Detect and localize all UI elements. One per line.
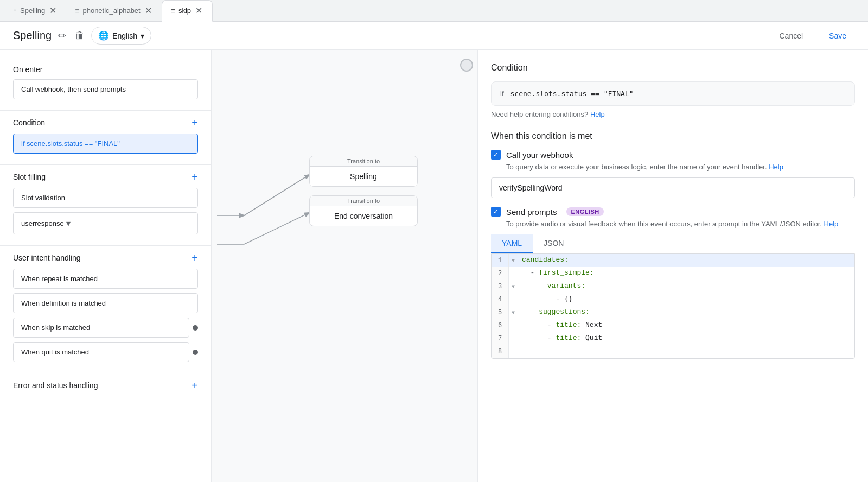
intent-repeat-item[interactable]: When repeat is matched (13, 269, 198, 289)
chevron-down-icon: ▾ (141, 31, 144, 40)
condition-box: if scene.slots.status == "FINAL" (491, 81, 855, 106)
intent-skip-item[interactable]: When skip is matched (13, 318, 189, 338)
collapse-4 (509, 293, 518, 306)
connector-arrows (212, 50, 477, 482)
intent-skip-wrapper: When skip is matched (13, 318, 198, 338)
slot-filling-title: Slot filling (13, 173, 46, 181)
intent-definition-wrapper: When definition is matched (13, 293, 198, 313)
line-gutter-1: 1 (492, 254, 509, 267)
intent-definition-item[interactable]: When definition is matched (13, 293, 198, 313)
tab-spelling-close[interactable]: ✕ (48, 5, 58, 16)
skip-connector-dot (193, 325, 198, 331)
condition-header: Condition + (13, 117, 198, 128)
transition-spelling-label: Transition to (310, 156, 417, 167)
middle-area: Transition to Spelling Transition to End… (212, 50, 477, 482)
collapse-6 (509, 319, 518, 332)
tab-skip-close[interactable]: ✕ (194, 5, 203, 16)
line-gutter-4: 4 (492, 293, 509, 306)
transition-spelling: Transition to Spelling (309, 156, 418, 187)
skip-tab-icon: ≡ (171, 7, 175, 15)
header-left: Spelling ✏ 🗑 🌐 English ▾ (13, 27, 151, 45)
user-intent-add-button[interactable]: + (192, 252, 198, 263)
language-selector[interactable]: 🌐 English ▾ (91, 27, 151, 45)
help-link-a[interactable]: Help (590, 110, 605, 118)
condition-section: Condition + if scene.slots.status == "FI… (0, 111, 211, 165)
page-title: Spelling (13, 29, 52, 42)
intent-repeat-wrapper: When repeat is matched (13, 269, 198, 289)
condition-title-left: Condition (13, 118, 45, 127)
send-prompts-help-link[interactable]: Help (824, 220, 839, 228)
code-content-3: variants: (518, 280, 854, 293)
condition-expression: scene.slots.status == "FINAL" (510, 90, 634, 98)
user-intent-section: User intent handling + When repeat is ma… (0, 246, 211, 373)
right-condition-title: Condition (491, 63, 855, 73)
circle-indicator (460, 59, 473, 72)
collapse-2 (509, 267, 518, 280)
transition-end: Transition to End conversation (309, 195, 418, 226)
globe-icon: 🌐 (98, 30, 109, 41)
send-prompts-checkbox[interactable] (491, 207, 501, 217)
line-gutter-3: 3 (492, 280, 509, 293)
code-content-7: - title: Quit (518, 332, 854, 345)
slot-validation-item[interactable]: Slot validation (13, 188, 198, 208)
line-gutter-2: 2 (492, 267, 509, 280)
on-enter-item[interactable]: Call webhook, then send prompts (13, 79, 198, 99)
on-enter-title: On enter (13, 65, 42, 74)
tab-skip[interactable]: ≡ skip ✕ (162, 0, 213, 22)
collapse-1[interactable]: ▼ (509, 254, 518, 267)
delete-button[interactable]: 🗑 (73, 28, 87, 43)
collapse-7 (509, 332, 518, 345)
user-intent-title: User intent handling (13, 253, 81, 262)
edit-button[interactable]: ✏ (56, 28, 68, 44)
tab-phonetic-close[interactable]: ✕ (144, 5, 153, 16)
content-area: On enter Call webhook, then send prompts… (0, 50, 868, 482)
intent-quit-item[interactable]: When quit is matched (13, 342, 189, 362)
code-editor: 1 ▼ candidates: 2 - first_simple: 3 ▼ va… (491, 253, 855, 359)
tab-phonetic[interactable]: ≡ phonetic_alphabet ✕ (66, 0, 161, 22)
webhook-checkbox[interactable] (491, 150, 501, 160)
help-link-condition: Need help entering conditions? Help (491, 110, 855, 118)
cancel-button[interactable]: Cancel (770, 27, 812, 45)
intent-quit-wrapper: When quit is matched (13, 342, 198, 362)
userresponse-item[interactable]: userresponse ▾ (13, 212, 198, 234)
code-line-3: 3 ▼ variants: (492, 280, 854, 293)
condition-add-button[interactable]: + (192, 117, 198, 128)
line-gutter-7: 7 (492, 332, 509, 345)
transition-spelling-value[interactable]: Spelling (310, 167, 417, 186)
main-header: Spelling ✏ 🗑 🌐 English ▾ Cancel Save (0, 22, 868, 50)
send-prompts-label: Send prompts (506, 207, 557, 217)
collapse-3[interactable]: ▼ (509, 280, 518, 293)
collapse-5[interactable]: ▼ (509, 306, 518, 319)
save-button[interactable]: Save (820, 27, 855, 45)
code-line-4: 4 - {} (492, 293, 854, 306)
code-content-4: - {} (518, 293, 854, 306)
svg-line-1 (244, 175, 309, 215)
english-badge: ENGLISH (566, 207, 603, 216)
code-content-1: candidates: (518, 254, 854, 267)
send-prompts-description: To provide audio or visual feedback when… (506, 220, 855, 228)
on-enter-section: On enter Call webhook, then send prompts (0, 59, 211, 111)
code-line-5: 5 ▼ suggestions: (492, 306, 854, 319)
code-line-2: 2 - first_simple: (492, 267, 854, 280)
code-line-7: 7 - title: Quit (492, 332, 854, 345)
slot-filling-add-button[interactable]: + (192, 172, 198, 182)
yaml-tab[interactable]: YAML (491, 234, 533, 253)
condition-item[interactable]: if scene.slots.status == "FINAL" (13, 134, 198, 154)
tabs-bar: ↑ Spelling ✕ ≡ phonetic_alphabet ✕ ≡ ski… (0, 0, 868, 22)
code-content-5: suggestions: (518, 306, 854, 319)
transition-end-label: Transition to (310, 196, 417, 206)
spelling-tab-icon: ↑ (13, 7, 17, 15)
json-tab[interactable]: JSON (533, 234, 575, 253)
tab-spelling[interactable]: ↑ Spelling ✕ (4, 0, 66, 22)
tab-phonetic-label: phonetic_alphabet (82, 7, 140, 15)
error-handling-add-button[interactable]: + (192, 380, 198, 391)
code-line-1: 1 ▼ candidates: (492, 254, 854, 267)
transition-end-value[interactable]: End conversation (310, 206, 417, 226)
webhook-checkbox-row: Call your webhook (491, 150, 855, 160)
error-handling-header: Error and status handling + (13, 380, 198, 391)
webhook-input[interactable] (491, 177, 855, 198)
webhook-help-link[interactable]: Help (769, 163, 783, 171)
error-handling-title: Error and status handling (13, 381, 98, 390)
line-gutter-8: 8 (492, 345, 509, 358)
webhook-description: To query data or execute your business l… (506, 163, 855, 171)
